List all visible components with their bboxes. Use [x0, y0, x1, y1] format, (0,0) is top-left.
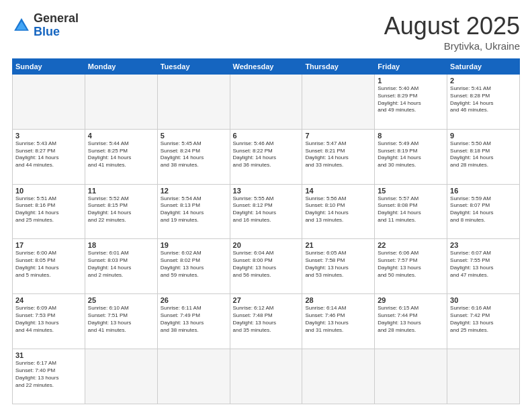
day-cell: 16Sunrise: 5:59 AM Sunset: 8:07 PM Dayli… [447, 184, 520, 239]
day-number: 20 [233, 241, 300, 249]
calendar-body: 1Sunrise: 5:40 AM Sunset: 8:29 PM Daylig… [13, 75, 520, 404]
weekday-header-tuesday: Tuesday [157, 59, 230, 75]
day-info: Sunrise: 6:04 AM Sunset: 8:00 PM Dayligh… [233, 250, 300, 279]
day-cell: 9Sunrise: 5:50 AM Sunset: 8:18 PM Daylig… [447, 129, 520, 184]
weekday-header-monday: Monday [85, 59, 157, 75]
day-info: Sunrise: 6:01 AM Sunset: 8:03 PM Dayligh… [88, 250, 154, 279]
day-cell [85, 75, 157, 130]
day-info: Sunrise: 6:17 AM Sunset: 7:40 PM Dayligh… [15, 360, 82, 389]
day-cell [230, 75, 302, 130]
day-info: Sunrise: 6:16 AM Sunset: 7:42 PM Dayligh… [450, 305, 517, 334]
day-info: Sunrise: 6:14 AM Sunset: 7:46 PM Dayligh… [305, 305, 371, 334]
day-info: Sunrise: 5:45 AM Sunset: 8:24 PM Dayligh… [161, 140, 227, 169]
day-number: 19 [161, 241, 227, 249]
day-cell: 20Sunrise: 6:04 AM Sunset: 8:00 PM Dayli… [230, 239, 302, 294]
day-cell: 28Sunrise: 6:14 AM Sunset: 7:46 PM Dayli… [302, 294, 375, 349]
day-cell: 18Sunrise: 6:01 AM Sunset: 8:03 PM Dayli… [85, 239, 157, 294]
week-row-2: 10Sunrise: 5:51 AM Sunset: 8:16 PM Dayli… [13, 184, 520, 239]
day-cell: 30Sunrise: 6:16 AM Sunset: 7:42 PM Dayli… [447, 294, 520, 349]
day-cell: 2Sunrise: 5:41 AM Sunset: 8:28 PM Daylig… [447, 75, 520, 130]
day-info: Sunrise: 5:49 AM Sunset: 8:19 PM Dayligh… [378, 140, 444, 169]
day-cell [302, 75, 375, 130]
day-info: Sunrise: 6:15 AM Sunset: 7:44 PM Dayligh… [378, 305, 444, 334]
day-info: Sunrise: 5:51 AM Sunset: 8:16 PM Dayligh… [15, 195, 82, 224]
day-info: Sunrise: 5:47 AM Sunset: 8:21 PM Dayligh… [305, 140, 371, 169]
day-cell: 12Sunrise: 5:54 AM Sunset: 8:13 PM Dayli… [157, 184, 230, 239]
day-number: 18 [88, 241, 154, 249]
week-row-5: 31Sunrise: 6:17 AM Sunset: 7:40 PM Dayli… [13, 349, 520, 404]
day-number: 21 [305, 241, 371, 249]
day-cell: 25Sunrise: 6:10 AM Sunset: 7:51 PM Dayli… [85, 294, 157, 349]
weekday-row: SundayMondayTuesdayWednesdayThursdayFrid… [13, 59, 520, 75]
weekday-header-thursday: Thursday [302, 59, 375, 75]
day-cell: 21Sunrise: 6:05 AM Sunset: 7:58 PM Dayli… [302, 239, 375, 294]
day-cell: 24Sunrise: 6:09 AM Sunset: 7:53 PM Dayli… [13, 294, 85, 349]
day-cell: 15Sunrise: 5:57 AM Sunset: 8:08 PM Dayli… [375, 184, 447, 239]
day-info: Sunrise: 5:56 AM Sunset: 8:10 PM Dayligh… [305, 195, 371, 224]
day-info: Sunrise: 5:59 AM Sunset: 8:07 PM Dayligh… [450, 195, 517, 224]
day-number: 28 [305, 296, 371, 304]
day-cell: 29Sunrise: 6:15 AM Sunset: 7:44 PM Dayli… [375, 294, 447, 349]
day-number: 25 [88, 296, 154, 304]
logo-text: General Blue [34, 12, 79, 39]
weekday-header-saturday: Saturday [447, 59, 520, 75]
day-number: 30 [450, 296, 517, 304]
day-number: 22 [378, 241, 444, 249]
day-cell [447, 349, 520, 404]
day-number: 23 [450, 241, 517, 249]
day-number: 9 [450, 132, 517, 140]
day-info: Sunrise: 6:11 AM Sunset: 7:49 PM Dayligh… [161, 305, 227, 334]
day-cell: 4Sunrise: 5:44 AM Sunset: 8:25 PM Daylig… [85, 129, 157, 184]
day-number: 7 [305, 132, 371, 140]
day-number: 8 [378, 132, 444, 140]
day-cell [230, 349, 302, 404]
day-cell: 6Sunrise: 5:46 AM Sunset: 8:22 PM Daylig… [230, 129, 302, 184]
day-cell: 23Sunrise: 6:07 AM Sunset: 7:55 PM Dayli… [447, 239, 520, 294]
day-info: Sunrise: 6:06 AM Sunset: 7:57 PM Dayligh… [378, 250, 444, 279]
day-number: 24 [15, 296, 82, 304]
day-cell: 3Sunrise: 5:43 AM Sunset: 8:27 PM Daylig… [13, 129, 85, 184]
day-cell: 11Sunrise: 5:52 AM Sunset: 8:15 PM Dayli… [85, 184, 157, 239]
day-number: 11 [88, 187, 154, 195]
page-header: General Blue August 2025 Brytivka, Ukrai… [12, 12, 520, 52]
day-number: 2 [450, 77, 517, 85]
day-cell: 27Sunrise: 6:12 AM Sunset: 7:48 PM Dayli… [230, 294, 302, 349]
day-number: 27 [233, 296, 300, 304]
day-number: 26 [161, 296, 227, 304]
day-info: Sunrise: 5:43 AM Sunset: 8:27 PM Dayligh… [15, 140, 82, 169]
day-info: Sunrise: 5:55 AM Sunset: 8:12 PM Dayligh… [233, 195, 300, 224]
week-row-1: 3Sunrise: 5:43 AM Sunset: 8:27 PM Daylig… [13, 129, 520, 184]
day-info: Sunrise: 5:46 AM Sunset: 8:22 PM Dayligh… [233, 140, 300, 169]
day-info: Sunrise: 6:07 AM Sunset: 7:55 PM Dayligh… [450, 250, 517, 279]
calendar-table: SundayMondayTuesdayWednesdayThursdayFrid… [12, 58, 520, 404]
day-cell: 7Sunrise: 5:47 AM Sunset: 8:21 PM Daylig… [302, 129, 375, 184]
day-info: Sunrise: 6:00 AM Sunset: 8:05 PM Dayligh… [15, 250, 82, 279]
title-block: August 2025 Brytivka, Ukraine [384, 12, 520, 52]
day-cell: 22Sunrise: 6:06 AM Sunset: 7:57 PM Dayli… [375, 239, 447, 294]
day-number: 13 [233, 187, 300, 195]
day-number: 4 [88, 132, 154, 140]
day-info: Sunrise: 5:40 AM Sunset: 8:29 PM Dayligh… [378, 85, 444, 114]
logo: General Blue [12, 12, 79, 39]
day-number: 1 [378, 77, 444, 85]
calendar-title: August 2025 [384, 12, 520, 40]
calendar-header: SundayMondayTuesdayWednesdayThursdayFrid… [13, 59, 520, 75]
logo-blue: Blue [34, 26, 79, 39]
day-info: Sunrise: 5:54 AM Sunset: 8:13 PM Dayligh… [161, 195, 227, 224]
day-info: Sunrise: 6:09 AM Sunset: 7:53 PM Dayligh… [15, 305, 82, 334]
weekday-header-friday: Friday [375, 59, 447, 75]
day-cell [85, 349, 157, 404]
day-number: 5 [161, 132, 227, 140]
day-number: 14 [305, 187, 371, 195]
day-cell: 17Sunrise: 6:00 AM Sunset: 8:05 PM Dayli… [13, 239, 85, 294]
day-cell: 19Sunrise: 6:02 AM Sunset: 8:02 PM Dayli… [157, 239, 230, 294]
logo-general: General [34, 12, 79, 26]
week-row-3: 17Sunrise: 6:00 AM Sunset: 8:05 PM Dayli… [13, 239, 520, 294]
day-cell [375, 349, 447, 404]
day-cell: 1Sunrise: 5:40 AM Sunset: 8:29 PM Daylig… [375, 75, 447, 130]
day-number: 29 [378, 296, 444, 304]
week-row-4: 24Sunrise: 6:09 AM Sunset: 7:53 PM Dayli… [13, 294, 520, 349]
day-info: Sunrise: 6:12 AM Sunset: 7:48 PM Dayligh… [233, 305, 300, 334]
day-info: Sunrise: 5:44 AM Sunset: 8:25 PM Dayligh… [88, 140, 154, 169]
day-cell: 5Sunrise: 5:45 AM Sunset: 8:24 PM Daylig… [157, 129, 230, 184]
